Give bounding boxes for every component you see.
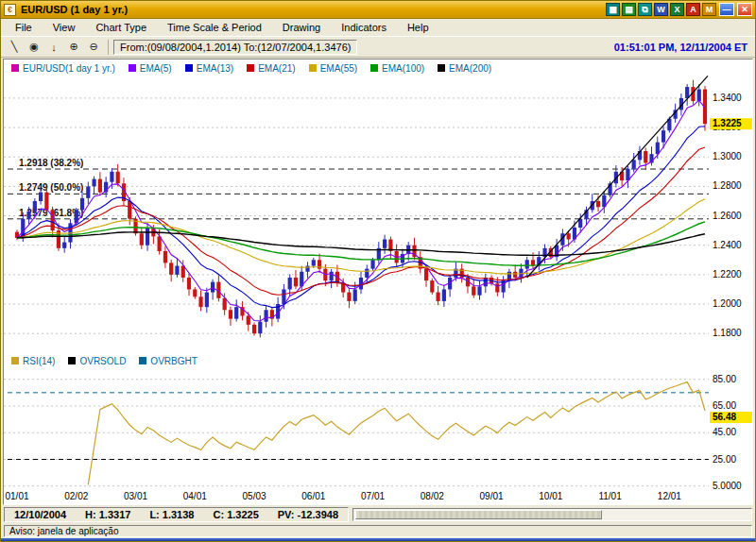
x-axis-label: 06/01 <box>298 491 330 501</box>
x-axis-label: 07/01 <box>357 491 389 501</box>
clock-text: 01:51:01 PM, 12/11/2004 ET <box>614 42 751 53</box>
rsi-chart[interactable]: 85.0065.0045.0025.005.000056.48 <box>4 367 753 490</box>
word-icon[interactable]: W <box>654 3 668 16</box>
ohlc-panel: 12/10/2004 H: 1.3317 L: 1.3138 C: 1.3225… <box>4 507 349 522</box>
legend-color-swatch <box>185 64 193 72</box>
legend-color-swatch <box>129 64 136 72</box>
zoom-out-tool[interactable]: ⊖ <box>84 39 103 56</box>
svg-text:1.2749 (50.0%): 1.2749 (50.0%) <box>19 182 83 193</box>
svg-text:1.2800: 1.2800 <box>713 180 742 191</box>
legend-row: EUR/USD(1 day 1 yr.)EMA(5)EMA(13)EMA(21)… <box>4 59 752 75</box>
svg-text:1.2400: 1.2400 <box>713 240 742 250</box>
teal-copy-icon[interactable]: ⧉ <box>638 3 652 16</box>
window-title: EUR/USD (1 day 1 yr.) <box>21 4 128 15</box>
toolbar: ╲◉↓⊕⊖ From:(09/08/2004,1.2014) To:(12/07… <box>1 37 755 58</box>
x-axis-label: 08/02 <box>416 491 448 501</box>
legend-item: EMA(21) <box>247 63 295 74</box>
legend-color-swatch <box>438 64 445 72</box>
x-axis-label: 02/02 <box>60 491 93 501</box>
legend-label: RSI(14) <box>23 356 55 366</box>
point-tool[interactable]: ◉ <box>25 39 43 56</box>
x-axis-label: 03/01 <box>120 491 152 501</box>
svg-text:1.2200: 1.2200 <box>713 269 742 279</box>
legend-color-swatch <box>309 64 317 72</box>
legend-color-swatch <box>11 357 19 364</box>
status-high: H: 1.3317 <box>85 509 130 520</box>
excel-icon[interactable]: X <box>670 3 684 16</box>
status-close: C: 1.3225 <box>213 509 258 520</box>
green-sheet-icon[interactable]: ▤ <box>622 3 636 16</box>
svg-text:5.0000: 5.0000 <box>713 481 742 490</box>
x-axis-labels: 01/0102/0203/0104/0105/0306/0107/0108/02… <box>4 490 752 504</box>
legend-item: EMA(13) <box>185 63 233 74</box>
chart-scrollbar[interactable] <box>352 508 752 521</box>
toolbar-divider <box>108 40 109 55</box>
x-axis-label: 09/01 <box>475 491 507 501</box>
menu-bar: FileViewChart TypeTime Scale & PeriodDra… <box>1 19 755 37</box>
chart-frame: EUR/USD(1 day 1 yr.)EMA(5)EMA(13)EMA(21)… <box>3 59 753 505</box>
svg-text:65.00: 65.00 <box>713 400 736 411</box>
legend-item: EMA(55) <box>309 63 357 74</box>
zoom-in-tool[interactable]: ⊕ <box>64 39 83 56</box>
legend-item: EMA(100) <box>370 63 424 74</box>
legend-item: EUR/USD(1 day 1 yr.) <box>11 63 115 74</box>
price-chart[interactable]: 1.2918 (38.2%)1.2749 (50.0%)1.2579 (61.8… <box>4 75 753 354</box>
status-date: 12/10/2004 <box>14 509 66 520</box>
legend-color-swatch <box>370 64 378 72</box>
app-status-bar: Aviso: janela de aplicação <box>1 523 755 538</box>
status-low: L: 1.3138 <box>149 509 194 520</box>
rsi-legend-row: RSI(14)OVRSOLDOVRBGHT <box>4 354 752 367</box>
legend-label: EUR/USD(1 day 1 yr.) <box>23 63 115 74</box>
legend-item: EMA(200) <box>438 63 491 74</box>
svg-text:1.3400: 1.3400 <box>713 93 742 103</box>
mail-icon[interactable]: M <box>702 3 716 16</box>
x-axis-label: 10/01 <box>535 491 567 501</box>
menu-item-time-scale-period[interactable]: Time Scale & Period <box>159 20 270 35</box>
app-window: € EUR/USD (1 day 1 yr.) ▦▤⧉WXAM — ✕ File… <box>0 0 756 542</box>
menu-item-view[interactable]: View <box>44 20 84 35</box>
legend-color-swatch <box>68 357 76 364</box>
line-tool[interactable]: ╲ <box>5 39 24 56</box>
legend-color-swatch <box>11 64 19 72</box>
svg-text:25.00: 25.00 <box>713 454 736 465</box>
svg-text:1.1800: 1.1800 <box>713 328 742 338</box>
svg-text:1.2000: 1.2000 <box>713 298 742 309</box>
legend-label: EMA(100) <box>382 63 424 74</box>
legend-label: EMA(5) <box>140 63 172 74</box>
legend-item: EMA(5) <box>129 63 172 74</box>
legend-item: RSI(14) <box>11 356 55 366</box>
status-pv: PV: -12.3948 <box>278 509 338 520</box>
close-button[interactable]: ✕ <box>737 3 752 16</box>
app-icon: € <box>4 4 16 16</box>
menu-item-drawing[interactable]: Drawing <box>274 20 329 35</box>
range-field[interactable]: From:(09/08/2004,1.2014) To:(12/07/2004,… <box>113 40 357 55</box>
arrow-down-tool[interactable]: ↓ <box>44 39 63 56</box>
svg-text:1.2918 (38.2%): 1.2918 (38.2%) <box>19 158 83 168</box>
x-axis-label: 04/01 <box>179 491 211 501</box>
menu-item-chart-type[interactable]: Chart Type <box>87 20 155 35</box>
chart-grid-icon[interactable]: ▦ <box>606 3 620 16</box>
svg-text:1.3000: 1.3000 <box>713 151 742 161</box>
scrollbar-thumb[interactable] <box>355 510 602 519</box>
svg-text:1.2600: 1.2600 <box>713 211 742 221</box>
menu-item-help[interactable]: Help <box>399 20 438 35</box>
drawing-tools: ╲◉↓⊕⊖ <box>5 39 103 56</box>
alert-icon[interactable]: A <box>686 3 700 16</box>
window-bottom-edge <box>1 538 755 541</box>
legend-label: EMA(13) <box>197 63 233 74</box>
menu-item-indicators[interactable]: Indicators <box>333 20 395 35</box>
legend-item: OVRSOLD <box>68 356 126 366</box>
svg-text:45.00: 45.00 <box>713 427 736 437</box>
x-axis-label: 05/03 <box>238 491 270 501</box>
svg-text:85.00: 85.00 <box>713 374 736 384</box>
minimize-button[interactable]: — <box>719 3 734 16</box>
legend-label: EMA(21) <box>258 63 295 74</box>
legend-color-swatch <box>139 357 146 364</box>
legend-color-swatch <box>247 64 254 72</box>
x-axis-label: 11/01 <box>594 491 627 501</box>
status-bar: 12/10/2004 H: 1.3317 L: 1.3138 C: 1.3225… <box>1 506 755 523</box>
x-axis-label: 12/01 <box>653 491 685 501</box>
legend-label: EMA(55) <box>320 63 357 74</box>
menu-item-file[interactable]: File <box>7 20 41 35</box>
x-axis-label: 01/01 <box>3 491 33 501</box>
